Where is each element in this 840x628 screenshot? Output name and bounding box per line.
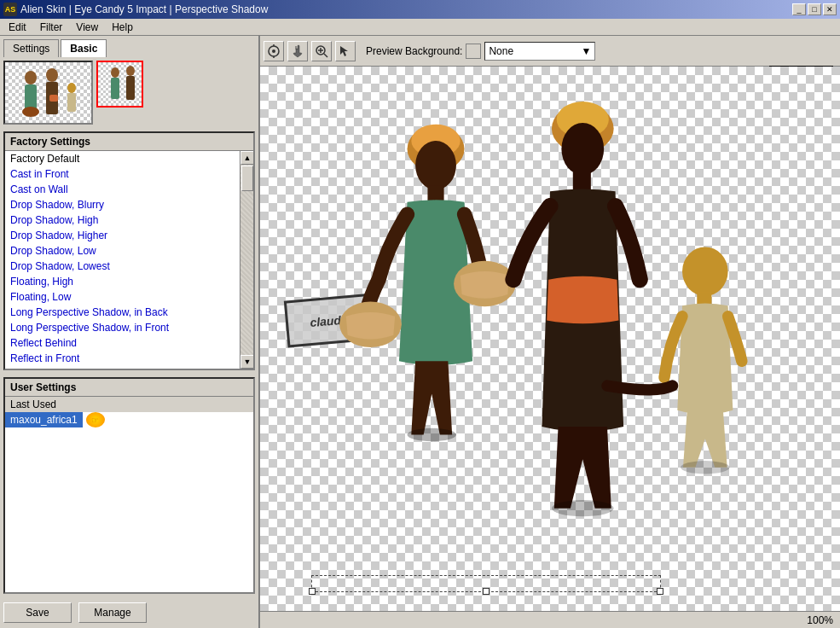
list-item-drop-shadow-blurry[interactable]: Drop Shadow, Blurry	[5, 197, 240, 212]
thumbnail-selected	[96, 61, 143, 108]
tab-basic[interactable]: Basic	[61, 39, 107, 57]
list-item-drop-shadow-lowest[interactable]: Drop Shadow, Lowest	[5, 259, 240, 274]
factory-settings-header: Factory Settings	[5, 133, 253, 151]
scroll-up-button[interactable]: ▲	[240, 151, 253, 165]
user-list-label-maxou[interactable]: maxou_africa1	[5, 412, 83, 427]
arrow-tool-icon	[339, 44, 352, 58]
svg-point-31	[552, 500, 614, 516]
preview-background-select[interactable]: None ▼	[484, 42, 595, 61]
list-item-floating-high[interactable]: Floating, High	[5, 274, 240, 289]
svg-rect-23	[427, 186, 443, 202]
arrow-tool-button[interactable]	[335, 41, 356, 61]
menu-help[interactable]: Help	[105, 20, 140, 35]
svg-rect-11	[126, 76, 135, 100]
minimize-button[interactable]: _	[792, 3, 806, 15]
eye-dropper-button[interactable]	[264, 41, 284, 61]
svg-point-8	[111, 67, 119, 78]
main-content: Settings Basic	[0, 36, 840, 628]
bottom-buttons: Save Manage	[0, 597, 258, 628]
save-button[interactable]: Save	[3, 602, 72, 623]
eye-dropper-icon	[267, 44, 281, 58]
app-icon: AS	[3, 3, 17, 16]
list-item-long-perspective-back[interactable]: Long Perspective Shadow, in Back	[5, 305, 240, 320]
list-item-reflect-in-front[interactable]: Reflect in Front	[5, 351, 240, 366]
preview-canvas[interactable]: claudia	[260, 67, 840, 611]
maximize-button[interactable]: □	[808, 3, 821, 15]
svg-point-32	[682, 247, 728, 295]
left-panel: Settings Basic	[0, 36, 260, 628]
tab-settings[interactable]: Settings	[3, 39, 59, 57]
svg-point-0	[25, 71, 37, 84]
user-list-item-maxou[interactable]: maxou_africa1 ☞	[5, 412, 253, 427]
last-used-label: Last Used	[5, 397, 253, 412]
list-item-floating-low[interactable]: Floating, Low	[5, 289, 240, 305]
list-item-reflect-in-front-faint[interactable]: Reflect in Front - Faint	[5, 366, 240, 369]
svg-point-13	[272, 49, 275, 53]
list-item-factory-default[interactable]: Factory Default	[5, 151, 240, 166]
scroll-track	[240, 165, 253, 355]
svg-point-10	[126, 66, 135, 76]
svg-rect-30	[573, 171, 591, 191]
handle-bottom-left[interactable]	[309, 588, 316, 595]
svg-point-3	[46, 68, 58, 82]
list-item-drop-shadow-low[interactable]: Drop Shadow, Low	[5, 243, 240, 259]
preview-background-value: None	[489, 45, 581, 57]
menu-view[interactable]: View	[69, 20, 105, 35]
manage-button[interactable]: Manage	[78, 602, 147, 623]
pointer-icon: ☞	[86, 412, 105, 427]
list-item-cast-in-front[interactable]: Cast in Front	[5, 166, 240, 182]
close-button[interactable]: ✕	[823, 3, 837, 15]
menu-edit[interactable]: Edit	[2, 20, 33, 35]
zoom-level: 100%	[807, 614, 833, 626]
window-title: Alien Skin | Eye Candy 5 Impact | Perspe…	[20, 3, 792, 15]
svg-rect-5	[49, 95, 58, 102]
user-settings-list[interactable]: maxou_africa1 ☞	[5, 412, 253, 592]
title-bar: AS Alien Skin | Eye Candy 5 Impact | Per…	[0, 0, 840, 19]
user-settings-section: User Settings Last Used maxou_africa1 ☞	[3, 377, 255, 594]
factory-settings-list[interactable]: Factory Default Cast in Front Cast on Wa…	[5, 151, 240, 369]
preview-bg-color-swatch	[466, 44, 481, 59]
status-bar: 100%	[260, 611, 840, 628]
right-panel: Preview Background: None ▼ ☞ OK Cancel	[260, 36, 840, 628]
svg-rect-7	[67, 93, 76, 112]
svg-line-17	[324, 54, 327, 57]
factory-list-scrollbar[interactable]: ▲ ▼	[240, 151, 253, 369]
handle-bottom-middle[interactable]	[483, 588, 490, 595]
list-item-long-perspective-front[interactable]: Long Perspective Shadow, in Front	[5, 320, 240, 335]
thumbnail-original	[3, 61, 93, 125]
svg-point-22	[415, 141, 456, 189]
user-settings-header: User Settings	[5, 379, 253, 397]
scroll-thumb[interactable]	[241, 166, 253, 191]
list-item-reflect-behind[interactable]: Reflect Behind	[5, 335, 240, 351]
menu-bar: Edit Filter View Help	[0, 19, 840, 36]
list-item-drop-shadow-higher[interactable]: Drop Shadow, Higher	[5, 228, 240, 243]
list-item-cast-on-wall[interactable]: Cast on Wall	[5, 182, 240, 197]
thumbnail-selected-svg	[98, 62, 143, 108]
zoom-in-icon	[315, 44, 328, 58]
preview-background-label: Preview Background:	[366, 45, 462, 57]
svg-rect-9	[111, 78, 119, 99]
hand-tool-icon	[291, 44, 304, 58]
handle-bottom-right[interactable]	[657, 588, 663, 595]
thumbnail-svg	[5, 62, 93, 125]
factory-settings-section: Factory Settings Factory Default Cast in…	[3, 131, 255, 370]
menu-filter[interactable]: Filter	[33, 20, 70, 35]
svg-point-2	[22, 107, 39, 117]
scroll-down-button[interactable]: ▼	[240, 355, 253, 369]
zoom-in-button[interactable]	[311, 41, 332, 61]
figures-svg	[260, 84, 840, 573]
window-controls: _ □ ✕	[792, 3, 837, 15]
svg-point-26	[408, 428, 456, 441]
preview-toolbar: Preview Background: None ▼ ☞ OK Cancel	[260, 36, 840, 67]
hand-tool-button[interactable]	[287, 41, 308, 61]
svg-point-34	[681, 461, 729, 474]
svg-point-6	[67, 83, 76, 93]
selection-box	[311, 575, 661, 592]
list-item-drop-shadow-high[interactable]: Drop Shadow, High	[5, 212, 240, 228]
svg-point-29	[561, 123, 604, 175]
tab-bar: Settings Basic	[0, 36, 258, 57]
dropdown-arrow-icon: ▼	[582, 45, 592, 57]
